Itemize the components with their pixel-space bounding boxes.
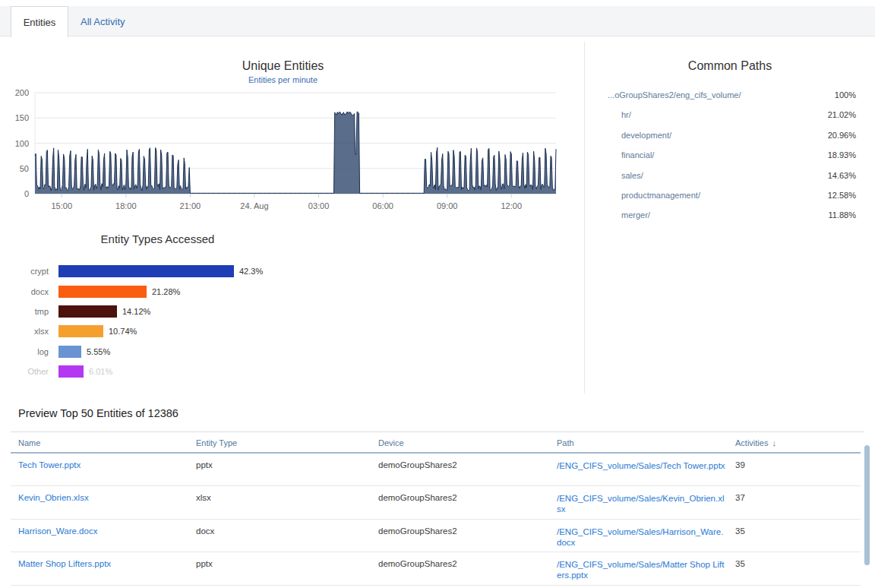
entity-name-link[interactable]: Kevin_Obrien.xlsx xyxy=(18,493,89,502)
svg-text:24. Aug: 24. Aug xyxy=(240,201,268,210)
common-path-percent: 14.63% xyxy=(828,171,856,180)
common-path-row: hr/21.02% xyxy=(585,105,875,125)
entity-path[interactable]: /ENG_CIFS_volume/Sales/Matter Shop Lifte… xyxy=(557,559,725,580)
entity-name-link[interactable]: Tech Tower.pptx xyxy=(18,460,81,469)
entity-path-link[interactable]: /ENG_CIFS_volume/Sales/Tech Tower.pptx xyxy=(557,461,725,470)
column-header-device[interactable]: Device xyxy=(378,438,404,447)
bar-crypt[interactable] xyxy=(58,265,234,277)
bar-category-label: xlsx xyxy=(0,327,49,336)
bar-row-log: log5.55% xyxy=(0,342,319,362)
tab-all-activity[interactable]: All Activity xyxy=(68,6,137,36)
common-path-row: sales/14.63% xyxy=(585,166,875,185)
bar-value-label: 42.3% xyxy=(239,267,263,276)
unique-entities-area-chart[interactable]: 05010015020015:0018:0021:0024. Aug03:000… xyxy=(0,85,566,216)
entity-type: pptx xyxy=(196,559,213,568)
svg-text:0: 0 xyxy=(24,189,29,198)
bar-Other[interactable] xyxy=(58,365,84,378)
svg-text:09:00: 09:00 xyxy=(437,201,458,210)
entity-name[interactable]: Tech Tower.pptx xyxy=(18,460,81,469)
entity-device: demoGroupShares2 xyxy=(378,460,457,469)
common-path-row: merger/11.88% xyxy=(585,205,875,225)
table-row: Kevin_Obrien.xlsxxlsxdemoGroupShares2/EN… xyxy=(11,486,861,519)
common-path-link[interactable]: merger/ xyxy=(621,210,650,220)
bar-category-label: crypt xyxy=(0,267,49,276)
entity-name[interactable]: Harrison_Ware.docx xyxy=(18,526,97,536)
table-top-divider xyxy=(11,432,864,432)
common-path-link[interactable]: hr/ xyxy=(621,110,631,119)
entity-activities: 35 xyxy=(735,526,745,536)
svg-text:15:00: 15:00 xyxy=(51,201,72,210)
entity-path-link[interactable]: /ENG_CIFS_volume/Sales/Harrison_Ware.doc… xyxy=(557,527,723,547)
bar-value-label: 5.55% xyxy=(87,347,110,356)
column-header-name[interactable]: Name xyxy=(18,438,40,447)
common-path-percent: 11.88% xyxy=(829,210,857,220)
common-path-percent: 21.02% xyxy=(828,110,856,119)
entity-name-link[interactable]: Matter Shop Lifters.pptx xyxy=(18,559,111,568)
svg-text:50: 50 xyxy=(20,164,29,173)
bar-tmp[interactable] xyxy=(58,305,117,318)
unique-entities-subtitle: Entities per minute xyxy=(0,75,566,84)
common-path-link[interactable]: productmanagement/ xyxy=(621,191,700,200)
entity-name[interactable]: Kevin_Obrien.xlsx xyxy=(18,493,89,502)
bar-row-tmp: tmp14.12% xyxy=(0,302,319,321)
entity-activities: 39 xyxy=(735,460,745,469)
table-scrollbar-thumb[interactable] xyxy=(864,445,870,565)
bar-xlsx[interactable] xyxy=(58,325,103,337)
entity-activities: 37 xyxy=(735,493,745,502)
table-row: Tech Tower.pptxpptxdemoGroupShares2/ENG_… xyxy=(11,454,861,486)
entity-type: pptx xyxy=(196,460,213,469)
common-path-link[interactable]: ...oGroupShares2/eng_cifs_volume/ xyxy=(608,90,741,100)
svg-text:06:00: 06:00 xyxy=(372,201,393,210)
common-path-link[interactable]: financial/ xyxy=(621,150,654,160)
svg-text:03:00: 03:00 xyxy=(308,201,330,210)
common-path-percent: 12.58% xyxy=(828,191,856,200)
bar-category-label: Other xyxy=(0,367,49,376)
entity-path-link[interactable]: /ENG_CIFS_volume/Sales/Matter Shop Lifte… xyxy=(557,560,725,580)
column-header-path[interactable]: Path xyxy=(557,438,574,447)
bar-category-label: tmp xyxy=(0,307,49,316)
entity-type: docx xyxy=(196,526,214,536)
tab-entities-label: Entities xyxy=(24,17,56,28)
bar-value-label: 10.74% xyxy=(109,327,137,336)
tab-all-activity-label: All Activity xyxy=(81,16,125,27)
column-header-entity-type[interactable]: Entity Type xyxy=(196,438,237,447)
svg-text:12:00: 12:00 xyxy=(501,201,523,210)
bar-row-Other: Other6.01% xyxy=(0,362,319,381)
entity-path[interactable]: /ENG_CIFS_volume/Sales/Kevin_Obrien.xlsx xyxy=(557,493,725,514)
entity-path-link[interactable]: /ENG_CIFS_volume/Sales/Kevin_Obrien.xlsx xyxy=(557,494,725,514)
entity-device: demoGroupShares2 xyxy=(378,493,457,502)
entity-type: xlsx xyxy=(196,493,211,502)
common-path-link[interactable]: development/ xyxy=(621,131,671,140)
common-path-row: financial/18.93% xyxy=(585,145,875,165)
column-header-activities[interactable]: Activities↓ xyxy=(735,438,776,447)
entity-path[interactable]: /ENG_CIFS_volume/Sales/Tech Tower.pptx xyxy=(557,460,725,471)
entity-name[interactable]: Matter Shop Lifters.pptx xyxy=(18,559,111,568)
svg-text:150: 150 xyxy=(15,113,29,122)
sort-descending-icon[interactable]: ↓ xyxy=(772,438,776,447)
entity-device: demoGroupShares2 xyxy=(378,559,457,568)
bar-value-label: 14.12% xyxy=(122,307,150,316)
table-row: Matter Shop Lifters.pptxpptxdemoGroupSha… xyxy=(11,552,861,585)
bar-category-label: log xyxy=(0,347,49,356)
preview-table-title: Preview Top 50 Entities of 12386 xyxy=(18,407,178,419)
svg-text:21:00: 21:00 xyxy=(180,201,201,210)
svg-text:200: 200 xyxy=(15,88,29,97)
unique-entities-title: Unique Entities xyxy=(0,59,566,73)
table-body: Tech Tower.pptxpptxdemoGroupShares2/ENG_… xyxy=(11,454,861,586)
bar-log[interactable] xyxy=(58,346,81,358)
entities-dashboard: Entities All Activity Unique Entities En… xyxy=(0,0,875,588)
entity-path[interactable]: /ENG_CIFS_volume/Sales/Harrison_Ware.doc… xyxy=(557,526,725,548)
bar-value-label: 21.28% xyxy=(152,287,180,296)
svg-text:100: 100 xyxy=(15,139,29,148)
common-path-link[interactable]: sales/ xyxy=(621,171,643,180)
common-paths-list: ...oGroupShares2/eng_cifs_volume/100%hr/… xyxy=(585,85,875,226)
entity-name-link[interactable]: Harrison_Ware.docx xyxy=(18,526,97,536)
common-path-percent: 20.96% xyxy=(828,131,856,140)
common-path-percent: 18.93% xyxy=(828,150,856,160)
bar-docx[interactable] xyxy=(58,286,147,298)
entity-types-title: Entity Types Accessed xyxy=(0,232,315,245)
common-path-row: development/20.96% xyxy=(585,125,875,145)
bar-value-label: 6.01% xyxy=(89,367,112,376)
bar-row-crypt: crypt42.3% xyxy=(0,261,319,281)
tab-entities[interactable]: Entities xyxy=(11,6,68,37)
